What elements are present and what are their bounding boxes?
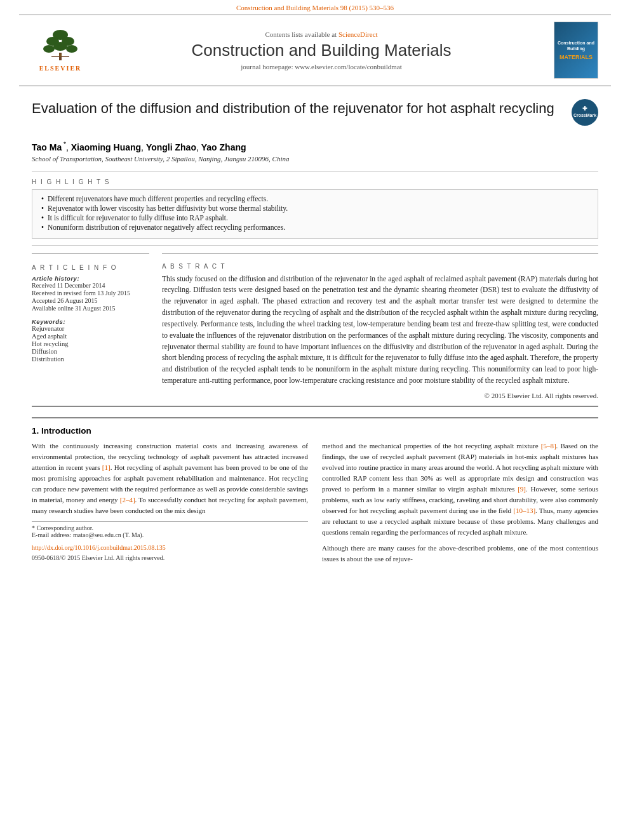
issn-text: 0950-0618/© 2015 Elsevier Ltd. All right… <box>32 554 164 561</box>
keyword-5: Distribution <box>32 356 149 363</box>
issn-footer: 0950-0618/© 2015 Elsevier Ltd. All right… <box>32 552 308 563</box>
crossmark-icon: ✚CrossMark <box>573 106 596 119</box>
svg-point-4 <box>53 42 67 51</box>
accepted-date: Accepted 26 August 2015 <box>32 297 149 304</box>
abstract-divider <box>162 253 598 258</box>
article-info-column: A R T I C L E I N F O Article history: R… <box>32 253 149 399</box>
sciencedirect-link[interactable]: ScienceDirect <box>338 30 378 38</box>
author-xiaoming-huang: Xiaoming Huang <box>71 142 141 152</box>
crossmark-label: CrossMark <box>573 113 596 117</box>
email-link[interactable]: matao@seu.edu.cn (T. Ma). <box>73 531 144 538</box>
highlight-text-3: It is difficult for rejuvenator to fully… <box>48 214 228 222</box>
received-date: Received 11 December 2014 <box>32 282 149 289</box>
intro-text-right: method and the mechanical properties of … <box>322 441 598 538</box>
ref-1[interactable]: [1] <box>102 463 111 471</box>
received-revised-date: Received in revised form 13 July 2015 <box>32 290 149 297</box>
abstract-text: This study focused on the diffusion and … <box>162 274 598 387</box>
bullet-icon-2: • <box>41 204 44 212</box>
keyword-2: Aged asphalt <box>32 333 149 340</box>
svg-point-5 <box>66 45 77 53</box>
footer-note: * Corresponding author. E-mail address: … <box>32 521 308 538</box>
keywords-label: Keywords: <box>32 318 149 325</box>
highlights-box: • Different rejuvenators have much diffe… <box>32 189 598 239</box>
highlight-item-2: • Rejuvenator with lower viscosity has b… <box>41 204 589 212</box>
available-online-date: Available online 31 August 2015 <box>32 305 149 312</box>
keywords-section: Keywords: Rejuvenator Aged asphalt Hot r… <box>32 318 149 363</box>
journal-header: ELSEVIER Contents lists available at Sci… <box>19 14 611 86</box>
keyword-4: Diffusion <box>32 348 149 355</box>
abstract-label: A B S T R A C T <box>162 263 598 270</box>
journal-cover-title: Construction and Building <box>557 40 595 51</box>
bullet-icon: • <box>41 195 44 203</box>
introduction-body: With the continuously increasing constru… <box>32 441 598 570</box>
article-info-abstract-section: A R T I C L E I N F O Article history: R… <box>32 253 598 399</box>
divider-thick <box>32 406 598 407</box>
elsevier-label: ELSEVIER <box>39 65 82 72</box>
copyright-line: © 2015 Elsevier Ltd. All rights reserved… <box>162 392 598 399</box>
intro-text-left: With the continuously increasing constru… <box>32 441 308 516</box>
journal-cover-subtitle: MATERIALS <box>560 54 593 60</box>
article-title: Evaluation of the diffusion and distribu… <box>32 99 572 118</box>
introduction-heading: 1. Introduction <box>32 426 598 436</box>
keyword-1: Rejuvenator <box>32 325 149 332</box>
article-title-section: Evaluation of the diffusion and distribu… <box>32 99 598 132</box>
highlight-text-2: Rejuvenator with lower viscosity has bet… <box>48 204 288 212</box>
doi-link[interactable]: http://dx.doi.org/10.1016/j.conbuildmat.… <box>32 544 166 551</box>
article-info-label: A R T I C L E I N F O <box>32 264 149 271</box>
highlight-text-4: Nonuniform distribution of rejuvenator n… <box>48 223 285 231</box>
ref-5-8[interactable]: [5–8] <box>541 442 556 450</box>
email-label: E-mail address: <box>32 531 71 538</box>
intro-col-left: With the continuously increasing constru… <box>32 441 308 570</box>
top-bar: Construction and Building Materials 98 (… <box>0 0 630 14</box>
journal-cover-image: Construction and Building MATERIALS <box>554 22 598 79</box>
author-yongli-zhao: Yongli Zhao <box>146 142 196 152</box>
article-info-divider <box>32 253 149 258</box>
contents-available: Contents lists available at ScienceDirec… <box>102 30 541 38</box>
journal-homepage: journal homepage: www.elsevier.com/locat… <box>102 63 541 70</box>
email-note: E-mail address: matao@seu.edu.cn (T. Ma)… <box>32 531 308 538</box>
introduction-section: 1. Introduction With the continuously in… <box>32 417 598 570</box>
journal-main-title: Construction and Building Materials <box>102 41 541 60</box>
affiliation: School of Transportation, Southeast Univ… <box>32 155 598 163</box>
svg-point-8 <box>59 54 62 57</box>
corresponding-author-label: * Corresponding author. <box>32 524 93 531</box>
ref-2-4[interactable]: [2–4] <box>120 496 135 503</box>
main-content: Evaluation of the diffusion and distribu… <box>0 86 630 589</box>
intro-text-right-2: Although there are many causes for the a… <box>322 543 598 564</box>
divider-1 <box>32 171 598 172</box>
doi-text: Construction and Building Materials 98 (… <box>236 4 394 11</box>
corresponding-asterisk: * <box>62 141 66 148</box>
highlight-item-4: • Nonuniform distribution of rejuvenator… <box>41 223 589 231</box>
journal-title-center: Contents lists available at ScienceDirec… <box>89 30 554 70</box>
doi-footer: http://dx.doi.org/10.1016/j.conbuildmat.… <box>32 542 308 552</box>
elsevier-logo: ELSEVIER <box>32 29 89 72</box>
authors-line: Tao Ma *, Xiaoming Huang, Yongli Zhao, Y… <box>32 141 598 152</box>
keyword-3: Hot recycling <box>32 340 149 347</box>
highlight-item-3: • It is difficult for rejuvenator to ful… <box>41 214 589 222</box>
author-yao-zhang: Yao Zhang <box>201 142 246 152</box>
highlight-item-1: • Different rejuvenators have much diffe… <box>41 195 589 203</box>
ref-10-13[interactable]: [10–13] <box>513 507 535 514</box>
highlight-text-1: Different rejuvenators have much differe… <box>48 195 268 203</box>
corresponding-author-note: * Corresponding author. <box>32 524 308 531</box>
bullet-icon-4: • <box>41 223 44 231</box>
crossmark-badge[interactable]: ✚CrossMark <box>572 99 598 126</box>
author-tao-ma: Tao Ma <box>32 142 62 152</box>
intro-col-right: method and the mechanical properties of … <box>322 441 598 570</box>
svg-point-3 <box>43 45 55 53</box>
page: Construction and Building Materials 98 (… <box>0 0 630 840</box>
abstract-column: A B S T R A C T This study focused on th… <box>162 253 598 399</box>
bullet-icon-3: • <box>41 214 44 222</box>
elsevier-tree-icon <box>41 29 79 63</box>
ref-9[interactable]: [9] <box>518 485 526 493</box>
article-history-label: Article history: <box>32 275 149 282</box>
divider-2 <box>32 245 598 246</box>
highlights-label: H I G H L I G H T S <box>32 178 598 185</box>
